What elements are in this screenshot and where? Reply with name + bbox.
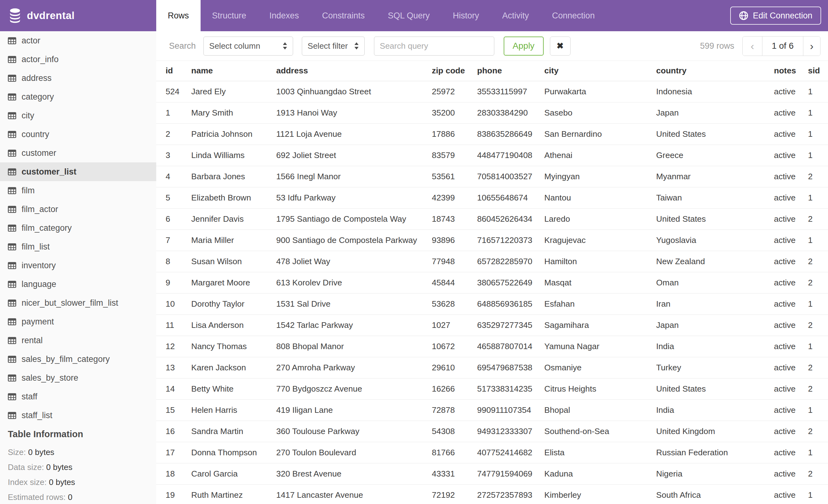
table-cell[interactable]: 28303384290 [477, 102, 544, 123]
table-row[interactable]: 9Margaret Moore613 Korolev Drive45844380… [156, 272, 828, 293]
table-cell[interactable]: 949312333307 [477, 421, 544, 442]
column-header-zip-code[interactable]: zip code [432, 61, 477, 81]
table-cell[interactable]: active [774, 251, 808, 272]
table-cell[interactable]: Nancy Thomas [191, 336, 276, 357]
table-cell[interactable]: 360 Toulouse Parkway [276, 421, 432, 442]
table-cell[interactable]: Nigeria [656, 463, 774, 484]
previous-page-button[interactable]: ‹ [743, 37, 762, 56]
table-cell[interactable]: 53561 [432, 166, 477, 187]
table-cell[interactable]: 1 [808, 399, 828, 421]
table-cell[interactable]: 1121 Loja Avenue [276, 123, 432, 145]
table-cell[interactable]: 2 [808, 272, 828, 293]
edit-connection-button[interactable]: Edit Connection [730, 7, 821, 25]
table-cell[interactable]: 10655648674 [477, 187, 544, 208]
table-cell[interactable]: United Kingdom [656, 421, 774, 442]
table-cell[interactable]: 990911107354 [477, 399, 544, 421]
table-cell[interactable]: Dorothy Taylor [191, 293, 276, 314]
table-cell[interactable]: Lisa Anderson [191, 314, 276, 336]
table-cell[interactable]: 17 [156, 442, 191, 463]
table-cell[interactable]: 465887807014 [477, 336, 544, 357]
column-header-notes[interactable]: notes [774, 61, 808, 81]
table-cell[interactable]: South Africa [656, 484, 774, 504]
table-cell[interactable]: 35200 [432, 102, 477, 123]
table-cell[interactable]: United States [656, 123, 774, 145]
table-cell[interactable]: 25972 [432, 81, 477, 102]
sidebar-item-actor_info[interactable]: actor_info [0, 50, 156, 69]
table-cell[interactable]: Kaduna [544, 463, 656, 484]
table-cell[interactable]: 11 [156, 314, 191, 336]
table-cell[interactable]: 1027 [432, 314, 477, 336]
table-cell[interactable]: Myingyan [544, 166, 656, 187]
table-cell[interactable]: India [656, 399, 774, 421]
tab-constraints[interactable]: Constraints [310, 0, 376, 31]
table-cell[interactable]: 93896 [432, 230, 477, 251]
tab-rows[interactable]: Rows [156, 0, 201, 31]
table-cell[interactable]: 272572357893 [477, 484, 544, 504]
column-header-phone[interactable]: phone [477, 61, 544, 81]
table-cell[interactable]: 2 [808, 357, 828, 378]
table-cell[interactable]: Karen Jackson [191, 357, 276, 378]
tab-indexes[interactable]: Indexes [258, 0, 310, 31]
table-cell[interactable]: active [774, 123, 808, 145]
table-cell[interactable]: active [774, 421, 808, 442]
table-cell[interactable]: Elista [544, 442, 656, 463]
table-cell[interactable]: Japan [656, 314, 774, 336]
table-cell[interactable]: 2 [808, 314, 828, 336]
table-cell[interactable]: Osmaniye [544, 357, 656, 378]
table-row[interactable]: 11Lisa Anderson1542 Tarlac Parkway102763… [156, 314, 828, 336]
table-row[interactable]: 13Karen Jackson270 Amroha Parkway2961069… [156, 357, 828, 378]
table-cell[interactable]: active [774, 145, 808, 166]
table-cell[interactable]: 448477190408 [477, 145, 544, 166]
table-cell[interactable]: 1531 Sal Drive [276, 293, 432, 314]
table-cell[interactable]: 1 [156, 102, 191, 123]
table-cell[interactable]: 1 [808, 81, 828, 102]
column-header-address[interactable]: address [276, 61, 432, 81]
table-cell[interactable]: 1003 Qinhuangdao Street [276, 81, 432, 102]
table-cell[interactable]: New Zealand [656, 251, 774, 272]
table-row[interactable]: 1Mary Smith1913 Hanoi Way352002830338429… [156, 102, 828, 123]
table-cell[interactable]: Athenai [544, 145, 656, 166]
table-cell[interactable]: 270 Amroha Parkway [276, 357, 432, 378]
table-cell[interactable]: 19 [156, 484, 191, 504]
sidebar-item-film_actor[interactable]: film_actor [0, 200, 156, 219]
apply-filter-button[interactable]: Apply [504, 37, 544, 56]
sidebar-item-city[interactable]: city [0, 106, 156, 125]
table-cell[interactable]: 15 [156, 399, 191, 421]
table-cell[interactable]: active [774, 102, 808, 123]
table-cell[interactable]: active [774, 399, 808, 421]
sidebar-item-address[interactable]: address [0, 69, 156, 87]
sidebar-item-category[interactable]: category [0, 87, 156, 106]
table-cell[interactable]: 1 [808, 187, 828, 208]
column-header-sid[interactable]: sid [808, 61, 828, 81]
table-cell[interactable]: 29610 [432, 357, 477, 378]
table-cell[interactable]: 12 [156, 336, 191, 357]
table-cell[interactable]: Greece [656, 145, 774, 166]
table-cell[interactable]: 1 [808, 230, 828, 251]
sidebar-item-sales_by_store[interactable]: sales_by_store [0, 368, 156, 387]
table-cell[interactable]: 53628 [432, 293, 477, 314]
table-row[interactable]: 8Susan Wilson478 Joliet Way7794865728228… [156, 251, 828, 272]
table-cell[interactable]: Sagamihara [544, 314, 656, 336]
table-cell[interactable]: 1417 Lancaster Avenue [276, 484, 432, 504]
table-row[interactable]: 19Ruth Martinez1417 Lancaster Avenue7219… [156, 484, 828, 504]
tab-sql-query[interactable]: SQL Query [376, 0, 441, 31]
table-cell[interactable]: 1542 Tarlac Parkway [276, 314, 432, 336]
table-cell[interactable]: 1 [808, 102, 828, 123]
table-cell[interactable]: Donna Thompson [191, 442, 276, 463]
filter-select[interactable]: Select filter [302, 37, 365, 56]
table-row[interactable]: 7Maria Miller900 Santiago de Compostela … [156, 230, 828, 251]
table-cell[interactable]: 45844 [432, 272, 477, 293]
table-cell[interactable]: Taiwan [656, 187, 774, 208]
table-cell[interactable]: 1 [808, 293, 828, 314]
table-cell[interactable]: United States [656, 378, 774, 399]
table-cell[interactable]: 9 [156, 272, 191, 293]
table-cell[interactable]: 81766 [432, 442, 477, 463]
table-cell[interactable]: India [656, 336, 774, 357]
sidebar-item-staff_list[interactable]: staff_list [0, 406, 156, 425]
sidebar-item-language[interactable]: language [0, 275, 156, 293]
table-cell[interactable]: 320 Brest Avenue [276, 463, 432, 484]
table-cell[interactable]: 42399 [432, 187, 477, 208]
table-cell[interactable]: 1 [808, 442, 828, 463]
table-cell[interactable]: 808 Bhopal Manor [276, 336, 432, 357]
table-row[interactable]: 16Sandra Martin360 Toulouse Parkway54308… [156, 421, 828, 442]
